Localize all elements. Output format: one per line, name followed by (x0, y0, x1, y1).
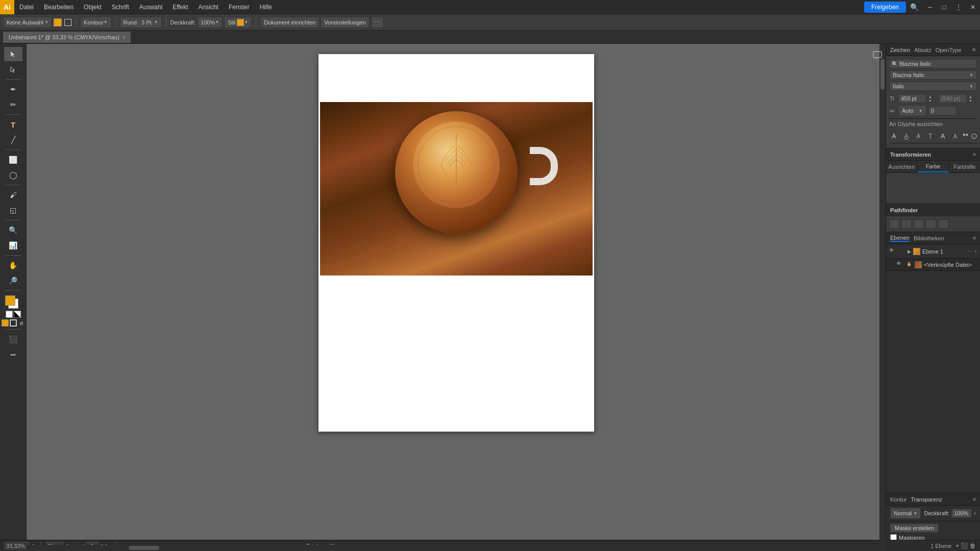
tab-ausrichten[interactable]: Ausrichten (886, 161, 918, 172)
menu-effekt[interactable]: Effekt (167, 0, 193, 14)
menu-bearbeiten[interactable]: Bearbeiten (39, 0, 79, 14)
direct-selection-tool[interactable] (4, 62, 22, 77)
tab-transparenz[interactable]: Transparenz (911, 496, 942, 503)
pathfinder-unite[interactable] (889, 219, 899, 229)
freigeben-button[interactable]: Freigeben (864, 2, 906, 13)
document-einrichten-button[interactable]: Dokument einrichten (260, 17, 319, 28)
tab-bibliotheken[interactable]: Bibliotheken (914, 235, 944, 241)
zoom-tool[interactable]: 🔎 (4, 273, 22, 288)
layers-panel-menu[interactable]: ≡ (973, 235, 976, 241)
stil-dropdown[interactable]: Stil ▼ (224, 17, 252, 28)
layer-arrange-button[interactable]: ⬛ (961, 542, 968, 549)
stroke-color-swatch[interactable] (64, 19, 71, 26)
align-options-icon[interactable] (963, 133, 968, 140)
document-canvas[interactable] (318, 54, 594, 432)
font-size-input[interactable] (898, 94, 926, 103)
voreinstellungen-button[interactable]: Voreinstellungen (321, 17, 369, 28)
kerning-input[interactable] (928, 106, 957, 115)
sublayer-item[interactable]: 👁 🔒 <Verknüpfte Datei> (886, 259, 980, 271)
info-icon[interactable]: i (971, 133, 977, 140)
layer-visibility-icon[interactable]: 👁 (889, 247, 897, 256)
pencil-tool[interactable]: ✏ (4, 97, 22, 112)
stroke-type-dropdown[interactable]: Rund · 3 Pt. ▼ (120, 17, 162, 28)
font-height-down[interactable]: ▼ (969, 99, 977, 103)
pathfinder-intersect[interactable] (914, 219, 924, 229)
tab-absatz[interactable]: Absatz (914, 47, 932, 53)
selection-dropdown[interactable]: Keine Auswahl ▼ (3, 17, 52, 28)
gradient-tool[interactable]: ◱ (4, 203, 22, 217)
layer-item-1[interactable]: 👁 ▶ Ebene 1 ⋯ + (886, 244, 980, 259)
opacity-input[interactable] (951, 509, 972, 518)
layer-add-button[interactable]: + (955, 542, 959, 549)
layer-delete-button[interactable]: 🗑 (970, 542, 976, 549)
subscript2-icon[interactable]: A (951, 132, 960, 141)
pathfinder-minus-front[interactable] (901, 219, 912, 229)
menu-schrift[interactable]: Schrift (107, 0, 134, 14)
fill-icon[interactable] (2, 319, 9, 327)
tracking-dropdown[interactable]: Auto ▼ (898, 105, 926, 116)
close-button[interactable]: ✕ (966, 0, 980, 14)
opacity-arrow[interactable]: › (974, 510, 976, 517)
font-height-up[interactable]: ▲ (969, 95, 977, 98)
tab-close-button[interactable]: × (122, 35, 126, 40)
sublayer-name[interactable]: <Verknüpfte Datei> (924, 262, 977, 268)
fill-color-swatch[interactable] (54, 18, 62, 27)
font-size-down[interactable]: ▼ (928, 99, 937, 103)
hand-tool[interactable]: ✋ (4, 258, 22, 272)
font-name-dropdown[interactable]: Blazma Italic ▼ (889, 70, 977, 80)
tab-zeichen[interactable]: Zeichen (890, 47, 910, 53)
artboard-tool[interactable]: ⬛ (4, 332, 22, 346)
swap-colors-icon[interactable] (6, 311, 13, 318)
more-icon[interactable]: ⋮ (951, 0, 966, 14)
font-height-input[interactable] (939, 94, 967, 103)
more-tools[interactable]: ••• (4, 347, 22, 362)
tab-ebenen[interactable]: Ebenen (890, 235, 910, 242)
eyedropper-tool[interactable]: 🔍 (4, 223, 22, 237)
chart-tool[interactable]: 📊 (4, 238, 22, 253)
pen-tool[interactable]: ✒ (4, 82, 22, 96)
blend-mode-dropdown[interactable]: Normal ▼ (890, 508, 921, 519)
superscript-icon[interactable]: A (889, 131, 899, 141)
menu-objekt[interactable]: Objekt (79, 0, 107, 14)
font-style-dropdown[interactable]: Italic ▼ (889, 82, 977, 91)
rectangle-tool[interactable]: ⬜ (4, 153, 22, 167)
layer-options-icon[interactable]: ⋯ (968, 249, 972, 254)
font-search-input[interactable] (899, 61, 974, 67)
menu-hilfe[interactable]: Hilfe (255, 0, 277, 14)
type-tool[interactable]: T (4, 117, 22, 132)
deckkraft-value[interactable]: 100% ▼ (197, 17, 223, 28)
comment-icon[interactable] (873, 51, 882, 61)
search-icon[interactable]: 🔍 (910, 3, 919, 11)
font-size-up[interactable]: ▲ (928, 95, 937, 98)
none-icon[interactable]: ⊘ (18, 319, 25, 327)
subscript-icon[interactable]: A (902, 131, 911, 141)
extra-options-button[interactable]: ⋯ (371, 17, 384, 28)
menu-datei[interactable]: Datei (14, 0, 39, 14)
tab-farbe[interactable]: Farbe (918, 161, 949, 172)
default-colors-icon[interactable] (14, 311, 21, 318)
line-tool[interactable]: ╱ (4, 133, 22, 147)
maske-erstellen-button[interactable]: Maske erstellen (890, 523, 939, 533)
canvas-area[interactable] (27, 44, 886, 551)
paintbrush-tool[interactable]: 🖌 (4, 188, 22, 202)
all-caps-icon[interactable]: Ā (914, 132, 923, 141)
minimize-button[interactable]: ─ (923, 0, 937, 14)
sublayer-visibility-icon[interactable]: 👁 (896, 261, 904, 269)
small-caps-icon[interactable]: T (926, 131, 935, 141)
stroke-icon[interactable] (10, 319, 17, 327)
tab-opentype[interactable]: OpenType (936, 47, 962, 53)
pathfinder-divide[interactable] (938, 219, 948, 229)
font-search-row[interactable]: 🔍 (889, 59, 977, 68)
ellipse-tool[interactable]: ◯ (4, 168, 22, 182)
zoom-input[interactable] (4, 542, 30, 550)
superscript2-icon[interactable]: A (938, 131, 947, 141)
tab-kontur[interactable]: Kontur (890, 496, 906, 503)
document-tab[interactable]: Unbenannt-1* @ 33,33 % (CMYK/Vorschau) × (3, 32, 131, 43)
tab-farbhilfe[interactable]: Farbhilfe (949, 161, 980, 172)
selection-tool[interactable] (4, 47, 22, 61)
layer-name[interactable]: Ebene 1 (922, 248, 966, 255)
menu-auswahl[interactable]: Auswahl (134, 0, 167, 14)
menu-ansicht[interactable]: Ansicht (193, 0, 224, 14)
menu-fenster[interactable]: Fenster (224, 0, 255, 14)
panel-collapse-icon[interactable]: ≡ (973, 152, 976, 157)
